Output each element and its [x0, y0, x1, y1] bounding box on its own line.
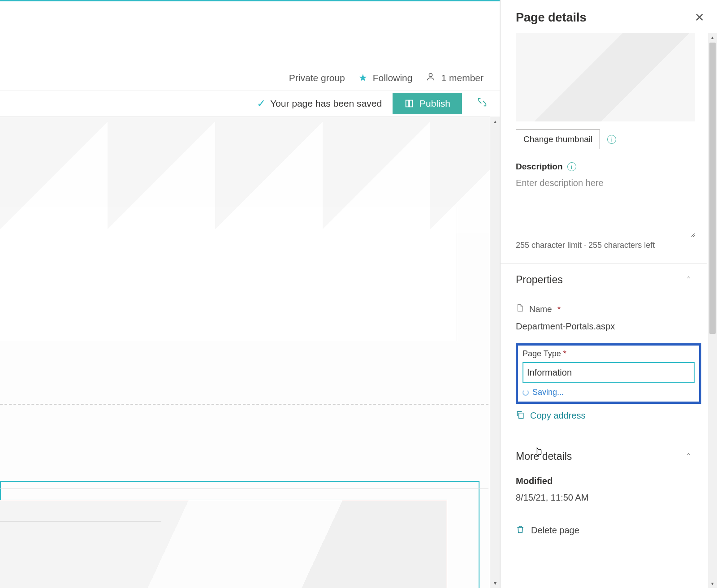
- publish-icon: [404, 99, 414, 108]
- section-divider: [0, 404, 488, 405]
- scrollbar-thumb[interactable]: [709, 43, 716, 334]
- scroll-down-icon[interactable]: ▾: [490, 578, 500, 588]
- chevron-up-icon: ˄: [687, 275, 691, 285]
- info-icon[interactable]: i: [607, 135, 616, 144]
- saved-message: ✓ Your page has been saved: [257, 97, 382, 110]
- name-label: Name: [529, 304, 552, 314]
- page-type-label: Page Type: [523, 349, 561, 358]
- svg-rect-1: [519, 413, 523, 419]
- footer-stub: [0, 521, 161, 522]
- star-icon[interactable]: ★: [358, 72, 367, 84]
- accent-bar: [0, 0, 500, 1]
- person-icon: [426, 72, 436, 84]
- page-type-field-highlight: Page Type * Saving...: [516, 343, 701, 404]
- copy-address-label: Copy address: [530, 411, 585, 421]
- more-details-label: More details: [516, 450, 572, 463]
- more-details-section-header[interactable]: More details ˄: [516, 450, 704, 463]
- bottom-border: [0, 489, 488, 489]
- required-asterisk: *: [563, 349, 566, 358]
- following-label[interactable]: Following: [373, 73, 413, 83]
- description-label-text: Description: [516, 162, 563, 172]
- canvas-scrollbar[interactable]: ▴ ▾: [490, 117, 500, 588]
- name-field: Name * Department-Portals.aspx: [516, 303, 704, 332]
- modified-label: Modified: [516, 476, 704, 486]
- copy-address-link[interactable]: Copy address: [516, 410, 704, 421]
- delete-page-button[interactable]: Delete page: [516, 524, 704, 536]
- close-button[interactable]: ✕: [695, 11, 704, 25]
- copy-icon: [516, 410, 525, 421]
- selected-webpart[interactable]: [0, 500, 447, 588]
- scroll-down-icon[interactable]: ▾: [708, 579, 717, 588]
- panel-body: Change thumbnail i Description i 255 cha…: [501, 33, 717, 588]
- trash-icon: [516, 524, 525, 536]
- group-privacy-label: Private group: [289, 73, 345, 83]
- scroll-up-icon[interactable]: ▴: [490, 117, 500, 126]
- selected-section[interactable]: +: [0, 481, 479, 588]
- char-limit-text: 255 character limit · 255 characters lef…: [516, 241, 704, 250]
- panel-scrollbar[interactable]: ▴ ▾: [708, 33, 717, 588]
- publish-label: Publish: [419, 98, 450, 109]
- info-icon[interactable]: i: [567, 162, 576, 171]
- close-icon: ✕: [695, 11, 704, 24]
- expand-icon[interactable]: [473, 95, 492, 112]
- required-asterisk: *: [557, 304, 561, 314]
- name-value: Department-Portals.aspx: [516, 321, 704, 332]
- check-icon: ✓: [257, 97, 266, 110]
- svg-point-0: [429, 74, 432, 77]
- panel-header: Page details ✕: [501, 0, 717, 33]
- modified-value: 8/15/21, 11:50 AM: [516, 493, 704, 503]
- page-canvas: Private group ★ Following 1 member ✓ You…: [0, 0, 500, 588]
- properties-label: Properties: [516, 274, 563, 286]
- scroll-up-icon[interactable]: ▴: [708, 33, 717, 42]
- chevron-up-icon: ˄: [687, 452, 691, 462]
- spinner-icon: [523, 389, 529, 396]
- saved-message-text: Your page has been saved: [270, 98, 382, 109]
- member-count-label[interactable]: 1 member: [441, 73, 484, 83]
- saving-label: Saving...: [532, 388, 564, 397]
- publish-button[interactable]: Publish: [393, 93, 462, 114]
- divider: [501, 435, 707, 435]
- document-icon: [516, 303, 524, 315]
- description-label: Description i: [516, 162, 704, 172]
- page-type-input[interactable]: [523, 362, 695, 383]
- panel-title: Page details: [516, 11, 587, 25]
- page-details-panel: Page details ✕ Change thumbnail i Descri…: [500, 0, 717, 588]
- description-textarea[interactable]: [516, 175, 695, 237]
- thumbnail-preview: [516, 33, 695, 121]
- properties-section-header[interactable]: Properties ˄: [516, 274, 704, 286]
- action-row: ✓ Your page has been saved Publish: [0, 91, 500, 116]
- canvas-area[interactable]: +: [0, 117, 500, 588]
- saving-status: Saving...: [523, 388, 695, 397]
- page-hero-banner: [0, 117, 500, 233]
- modified-field: Modified 8/15/21, 11:50 AM: [516, 476, 704, 503]
- delete-page-label: Delete page: [531, 525, 579, 536]
- site-info-row: Private group ★ Following 1 member: [0, 65, 500, 91]
- change-thumbnail-button[interactable]: Change thumbnail: [516, 130, 600, 149]
- divider: [501, 264, 707, 264]
